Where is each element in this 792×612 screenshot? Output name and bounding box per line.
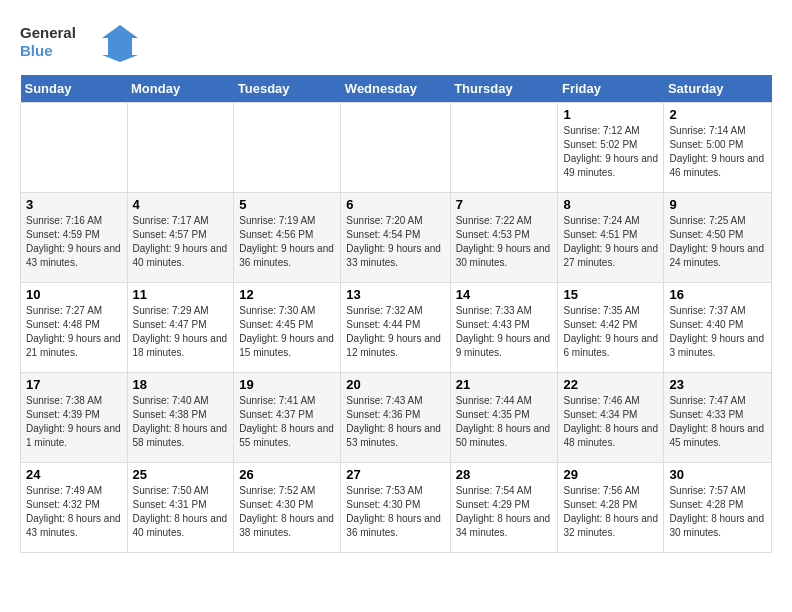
day-number: 28 [456, 467, 553, 482]
day-number: 13 [346, 287, 444, 302]
calendar-cell: 23Sunrise: 7:47 AM Sunset: 4:33 PM Dayli… [664, 373, 772, 463]
col-header-tuesday: Tuesday [234, 75, 341, 103]
calendar-cell: 11Sunrise: 7:29 AM Sunset: 4:47 PM Dayli… [127, 283, 234, 373]
day-info: Sunrise: 7:25 AM Sunset: 4:50 PM Dayligh… [669, 214, 766, 270]
day-number: 30 [669, 467, 766, 482]
calendar-cell: 12Sunrise: 7:30 AM Sunset: 4:45 PM Dayli… [234, 283, 341, 373]
day-number: 7 [456, 197, 553, 212]
col-header-friday: Friday [558, 75, 664, 103]
calendar-cell: 6Sunrise: 7:20 AM Sunset: 4:54 PM Daylig… [341, 193, 450, 283]
calendar-week-1: 1Sunrise: 7:12 AM Sunset: 5:02 PM Daylig… [21, 103, 772, 193]
day-info: Sunrise: 7:19 AM Sunset: 4:56 PM Dayligh… [239, 214, 335, 270]
day-info: Sunrise: 7:33 AM Sunset: 4:43 PM Dayligh… [456, 304, 553, 360]
calendar-cell: 19Sunrise: 7:41 AM Sunset: 4:37 PM Dayli… [234, 373, 341, 463]
col-header-monday: Monday [127, 75, 234, 103]
day-number: 20 [346, 377, 444, 392]
day-number: 23 [669, 377, 766, 392]
day-number: 27 [346, 467, 444, 482]
calendar-cell: 28Sunrise: 7:54 AM Sunset: 4:29 PM Dayli… [450, 463, 558, 553]
svg-text:Blue: Blue [20, 42, 53, 59]
day-info: Sunrise: 7:20 AM Sunset: 4:54 PM Dayligh… [346, 214, 444, 270]
day-info: Sunrise: 7:49 AM Sunset: 4:32 PM Dayligh… [26, 484, 122, 540]
day-number: 5 [239, 197, 335, 212]
calendar-cell: 8Sunrise: 7:24 AM Sunset: 4:51 PM Daylig… [558, 193, 664, 283]
calendar-cell: 16Sunrise: 7:37 AM Sunset: 4:40 PM Dayli… [664, 283, 772, 373]
day-number: 25 [133, 467, 229, 482]
day-info: Sunrise: 7:50 AM Sunset: 4:31 PM Dayligh… [133, 484, 229, 540]
day-number: 26 [239, 467, 335, 482]
calendar-cell [234, 103, 341, 193]
day-number: 12 [239, 287, 335, 302]
day-number: 8 [563, 197, 658, 212]
calendar-cell: 10Sunrise: 7:27 AM Sunset: 4:48 PM Dayli… [21, 283, 128, 373]
calendar-cell: 27Sunrise: 7:53 AM Sunset: 4:30 PM Dayli… [341, 463, 450, 553]
calendar-cell: 18Sunrise: 7:40 AM Sunset: 4:38 PM Dayli… [127, 373, 234, 463]
day-number: 4 [133, 197, 229, 212]
day-number: 6 [346, 197, 444, 212]
calendar-cell [21, 103, 128, 193]
calendar-cell: 17Sunrise: 7:38 AM Sunset: 4:39 PM Dayli… [21, 373, 128, 463]
calendar-cell [127, 103, 234, 193]
day-number: 24 [26, 467, 122, 482]
calendar-week-5: 24Sunrise: 7:49 AM Sunset: 4:32 PM Dayli… [21, 463, 772, 553]
calendar-cell: 1Sunrise: 7:12 AM Sunset: 5:02 PM Daylig… [558, 103, 664, 193]
day-info: Sunrise: 7:38 AM Sunset: 4:39 PM Dayligh… [26, 394, 122, 450]
day-info: Sunrise: 7:46 AM Sunset: 4:34 PM Dayligh… [563, 394, 658, 450]
day-info: Sunrise: 7:24 AM Sunset: 4:51 PM Dayligh… [563, 214, 658, 270]
calendar-cell: 29Sunrise: 7:56 AM Sunset: 4:28 PM Dayli… [558, 463, 664, 553]
calendar-cell: 7Sunrise: 7:22 AM Sunset: 4:53 PM Daylig… [450, 193, 558, 283]
day-info: Sunrise: 7:35 AM Sunset: 4:42 PM Dayligh… [563, 304, 658, 360]
svg-text:General: General [20, 24, 76, 41]
day-info: Sunrise: 7:32 AM Sunset: 4:44 PM Dayligh… [346, 304, 444, 360]
day-number: 3 [26, 197, 122, 212]
day-number: 17 [26, 377, 122, 392]
calendar-week-2: 3Sunrise: 7:16 AM Sunset: 4:59 PM Daylig… [21, 193, 772, 283]
svg-marker-2 [102, 25, 138, 62]
day-info: Sunrise: 7:44 AM Sunset: 4:35 PM Dayligh… [456, 394, 553, 450]
day-info: Sunrise: 7:27 AM Sunset: 4:48 PM Dayligh… [26, 304, 122, 360]
logo: General Blue [20, 20, 140, 65]
day-info: Sunrise: 7:52 AM Sunset: 4:30 PM Dayligh… [239, 484, 335, 540]
day-info: Sunrise: 7:47 AM Sunset: 4:33 PM Dayligh… [669, 394, 766, 450]
calendar-week-4: 17Sunrise: 7:38 AM Sunset: 4:39 PM Dayli… [21, 373, 772, 463]
day-number: 21 [456, 377, 553, 392]
calendar-cell: 20Sunrise: 7:43 AM Sunset: 4:36 PM Dayli… [341, 373, 450, 463]
calendar-cell [450, 103, 558, 193]
day-number: 11 [133, 287, 229, 302]
logo-svg: General Blue [20, 20, 140, 65]
calendar-cell: 24Sunrise: 7:49 AM Sunset: 4:32 PM Dayli… [21, 463, 128, 553]
calendar-cell: 4Sunrise: 7:17 AM Sunset: 4:57 PM Daylig… [127, 193, 234, 283]
calendar-cell: 15Sunrise: 7:35 AM Sunset: 4:42 PM Dayli… [558, 283, 664, 373]
calendar-cell: 9Sunrise: 7:25 AM Sunset: 4:50 PM Daylig… [664, 193, 772, 283]
day-info: Sunrise: 7:16 AM Sunset: 4:59 PM Dayligh… [26, 214, 122, 270]
day-info: Sunrise: 7:29 AM Sunset: 4:47 PM Dayligh… [133, 304, 229, 360]
calendar-cell: 5Sunrise: 7:19 AM Sunset: 4:56 PM Daylig… [234, 193, 341, 283]
day-info: Sunrise: 7:54 AM Sunset: 4:29 PM Dayligh… [456, 484, 553, 540]
day-info: Sunrise: 7:57 AM Sunset: 4:28 PM Dayligh… [669, 484, 766, 540]
day-number: 1 [563, 107, 658, 122]
calendar-cell: 14Sunrise: 7:33 AM Sunset: 4:43 PM Dayli… [450, 283, 558, 373]
day-number: 10 [26, 287, 122, 302]
col-header-thursday: Thursday [450, 75, 558, 103]
day-info: Sunrise: 7:30 AM Sunset: 4:45 PM Dayligh… [239, 304, 335, 360]
calendar-cell: 26Sunrise: 7:52 AM Sunset: 4:30 PM Dayli… [234, 463, 341, 553]
calendar-table: SundayMondayTuesdayWednesdayThursdayFrid… [20, 75, 772, 553]
calendar-week-3: 10Sunrise: 7:27 AM Sunset: 4:48 PM Dayli… [21, 283, 772, 373]
day-info: Sunrise: 7:37 AM Sunset: 4:40 PM Dayligh… [669, 304, 766, 360]
calendar-header-row: SundayMondayTuesdayWednesdayThursdayFrid… [21, 75, 772, 103]
day-info: Sunrise: 7:17 AM Sunset: 4:57 PM Dayligh… [133, 214, 229, 270]
day-number: 9 [669, 197, 766, 212]
calendar-cell: 25Sunrise: 7:50 AM Sunset: 4:31 PM Dayli… [127, 463, 234, 553]
col-header-wednesday: Wednesday [341, 75, 450, 103]
day-info: Sunrise: 7:41 AM Sunset: 4:37 PM Dayligh… [239, 394, 335, 450]
day-info: Sunrise: 7:22 AM Sunset: 4:53 PM Dayligh… [456, 214, 553, 270]
col-header-saturday: Saturday [664, 75, 772, 103]
day-number: 15 [563, 287, 658, 302]
day-number: 22 [563, 377, 658, 392]
day-number: 16 [669, 287, 766, 302]
day-info: Sunrise: 7:12 AM Sunset: 5:02 PM Dayligh… [563, 124, 658, 180]
calendar-cell [341, 103, 450, 193]
day-info: Sunrise: 7:40 AM Sunset: 4:38 PM Dayligh… [133, 394, 229, 450]
day-number: 19 [239, 377, 335, 392]
day-info: Sunrise: 7:56 AM Sunset: 4:28 PM Dayligh… [563, 484, 658, 540]
